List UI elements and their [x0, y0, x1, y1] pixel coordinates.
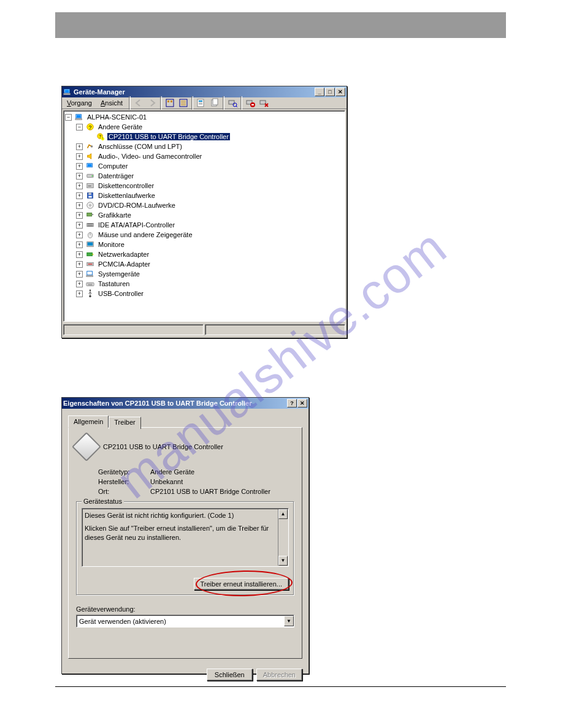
view-by-icon[interactable]	[163, 96, 177, 110]
keyboard-icon	[85, 279, 95, 289]
tree-item-label: Computer	[97, 162, 129, 170]
expand-icon[interactable]: +	[76, 241, 83, 248]
forward-button[interactable]	[145, 96, 159, 110]
svg-rect-15	[260, 100, 266, 104]
minimize-button[interactable]: _	[315, 88, 324, 96]
dropdown-arrow-icon[interactable]: ▼	[284, 616, 294, 626]
tree-item-label: DVD/CD-ROM-Laufwerke	[97, 202, 177, 209]
tree-root[interactable]: − ALPHA-SCENIC-01	[65, 112, 343, 122]
cancel-dialog-button[interactable]: Abbrechen	[256, 669, 302, 681]
tree-item-label: PCMCIA-Adapter	[97, 260, 151, 268]
svg-rect-49	[87, 271, 93, 275]
tree-item-usb[interactable]: +USB-Controller	[65, 289, 343, 298]
menu-view[interactable]: Ansicht	[97, 99, 128, 107]
disk-icon	[85, 171, 95, 181]
collapse-icon[interactable]: −	[65, 114, 72, 121]
expand-icon[interactable]: +	[76, 153, 83, 160]
device-status-text[interactable]: Dieses Gerät ist nicht richtig konfiguri…	[82, 508, 289, 567]
location-value: CP2101 USB to UART Bridge Controller	[150, 488, 270, 495]
display-adapter-icon	[85, 210, 95, 220]
manufacturer-label: Hersteller:	[98, 478, 150, 485]
expand-icon[interactable]: +	[76, 163, 83, 170]
svg-point-36	[90, 205, 91, 207]
svg-point-25	[91, 145, 93, 148]
cd-icon	[85, 200, 95, 210]
tree-item-monitors[interactable]: +Monitore	[65, 240, 343, 249]
tree-item-label: USB-Controller	[97, 290, 145, 297]
view-list-icon[interactable]	[177, 96, 190, 110]
expand-icon[interactable]: +	[76, 251, 83, 258]
system-icon	[85, 269, 95, 279]
expand-icon[interactable]: +	[76, 192, 83, 199]
expand-icon[interactable]: +	[76, 212, 83, 219]
collapse-icon[interactable]: −	[76, 124, 83, 131]
tree-item-pcmcia[interactable]: +PCMCIA-Adapter	[65, 259, 343, 269]
mouse-icon	[85, 230, 95, 240]
scan-hardware-icon[interactable]	[226, 96, 239, 110]
question-icon: ?	[85, 122, 95, 132]
svg-text:?: ?	[89, 124, 92, 131]
back-button[interactable]	[132, 96, 145, 110]
tree-item-floppy-ctrl[interactable]: +Diskettencontroller	[65, 181, 343, 191]
tree-item-floppy[interactable]: +Diskettenlaufwerke	[65, 191, 343, 200]
toolbar-separator-2	[191, 96, 193, 110]
tree-item-network[interactable]: +Netzwerkadapter	[65, 249, 343, 259]
tree-item-ports[interactable]: +Anschlüsse (COM und LPT)	[65, 142, 343, 151]
expand-icon[interactable]: +	[76, 183, 83, 189]
location-label: Ort:	[98, 488, 150, 495]
svg-rect-40	[88, 224, 93, 224]
tree-item-dvd[interactable]: +DVD/CD-ROM-Laufwerke	[65, 200, 343, 210]
close-button[interactable]: ✕	[297, 399, 307, 408]
menu-action[interactable]: Vorgang	[63, 99, 97, 107]
expand-icon[interactable]: +	[76, 222, 83, 229]
properties-icon[interactable]	[194, 96, 208, 110]
computer-icon	[85, 161, 95, 171]
svg-rect-5	[170, 100, 172, 102]
tree-item-ide[interactable]: +IDE ATA/ATAPI-Controller	[65, 220, 343, 230]
expand-icon[interactable]: +	[76, 202, 83, 209]
tree-item-audio[interactable]: +Audio-, Video- und Gamecontroller	[65, 151, 343, 161]
tree-item-disk[interactable]: +Datenträger	[65, 171, 343, 181]
disable-icon[interactable]	[257, 96, 270, 110]
scroll-up-icon[interactable]: ▲	[278, 509, 288, 519]
floppy-icon	[85, 191, 95, 200]
device-type-value: Andere Geräte	[150, 468, 194, 476]
help-button[interactable]: ?	[287, 399, 297, 408]
tree-selected-device[interactable]: ?! CP2101 USB to UART Bridge Controller	[65, 132, 343, 142]
device-diamond-icon	[72, 432, 101, 461]
expand-icon[interactable]: +	[76, 271, 83, 278]
expand-icon[interactable]: +	[76, 281, 83, 287]
close-button[interactable]: ✕	[335, 88, 345, 96]
expand-icon[interactable]: +	[76, 143, 83, 150]
close-dialog-button[interactable]: Schließen	[207, 669, 253, 681]
toolbar-separator-3	[223, 96, 224, 110]
tree-item-system[interactable]: +Systemgeräte	[65, 269, 343, 279]
tree-item-mice[interactable]: +Mäuse und andere Zeigegeräte	[65, 230, 343, 240]
scrollbar[interactable]: ▲ ▼	[278, 509, 288, 566]
tree-root-label: ALPHA-SCENIC-01	[86, 113, 148, 121]
expand-icon[interactable]: +	[76, 173, 83, 180]
tab-general[interactable]: Allgemein	[68, 415, 109, 428]
device-usage-combo[interactable]: Gerät verwenden (aktivieren) ▼	[76, 615, 294, 628]
status-panel-left	[63, 324, 204, 335]
tree-other-devices[interactable]: − ? Andere Geräte	[65, 122, 343, 132]
maximize-button[interactable]: □	[325, 88, 335, 96]
expand-icon[interactable]: +	[76, 232, 83, 238]
tree-item-computer[interactable]: +Computer	[65, 161, 343, 171]
svg-rect-51	[86, 282, 94, 286]
tree-item-display[interactable]: +Grafikkarte	[65, 210, 343, 220]
svg-rect-37	[87, 213, 92, 216]
reinstall-driver-button[interactable]: Treiber erneut installieren...	[194, 578, 289, 590]
scroll-down-icon[interactable]: ▼	[278, 556, 288, 566]
expand-icon[interactable]: +	[76, 261, 83, 268]
properties2-icon[interactable]	[208, 96, 221, 110]
tree-item-label: Anschlüsse (COM und LPT)	[97, 143, 183, 150]
tab-driver[interactable]: Treiber	[109, 417, 140, 429]
tree-item-keyboards[interactable]: +Tastaturen	[65, 279, 343, 289]
device-status-group-title: Gerätestatus	[82, 498, 124, 505]
uninstall-icon[interactable]	[243, 96, 257, 110]
tab-panel-general: CP2101 USB to UART Bridge Controller Ger…	[68, 427, 302, 659]
device-tree[interactable]: − ALPHA-SCENIC-01 − ? Andere Geräte ?! C…	[63, 110, 345, 322]
expand-icon[interactable]: +	[76, 290, 83, 297]
titlebar[interactable]: Eigenschaften von CP2101 USB to UART Bri…	[62, 398, 308, 409]
